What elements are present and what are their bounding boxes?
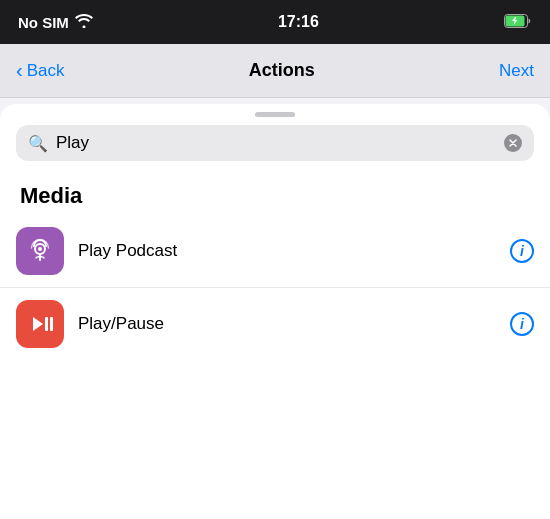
status-right (504, 14, 532, 31)
podcast-app-icon (16, 227, 64, 275)
next-button[interactable]: Next (499, 61, 534, 81)
page-title: Actions (249, 60, 315, 81)
media-section-header: Media (0, 173, 550, 215)
clear-search-button[interactable] (504, 134, 522, 152)
search-input[interactable]: Play (56, 133, 496, 153)
play-podcast-label: Play Podcast (78, 241, 510, 261)
info-circle-icon-2: i (510, 312, 534, 336)
status-left: No SIM (18, 14, 93, 31)
back-button[interactable]: ‹ Back (16, 59, 64, 82)
status-time: 17:16 (278, 13, 319, 31)
chevron-left-icon: ‹ (16, 59, 23, 82)
info-circle-icon: i (510, 239, 534, 263)
search-bar[interactable]: 🔍 Play (16, 125, 534, 161)
list-item-play-podcast[interactable]: Play Podcast i (0, 215, 550, 288)
list-item-play-pause[interactable]: Play/Pause i (0, 288, 550, 360)
svg-rect-6 (50, 317, 53, 331)
play-pause-label: Play/Pause (78, 314, 510, 334)
svg-point-4 (38, 247, 42, 251)
wifi-icon (75, 14, 93, 31)
sheet-handle (0, 104, 550, 125)
nav-bar: ‹ Back Actions Next (0, 44, 550, 98)
sheet-handle-bar (255, 112, 295, 117)
search-container: 🔍 Play (0, 125, 550, 173)
play-pause-info-button[interactable]: i (510, 312, 534, 336)
search-icon: 🔍 (28, 134, 48, 153)
carrier-label: No SIM (18, 14, 69, 31)
actions-sheet: 🔍 Play Media Play Podcast (0, 104, 550, 519)
svg-rect-5 (45, 317, 48, 331)
playpause-app-icon (16, 300, 64, 348)
battery-icon (504, 14, 532, 31)
play-podcast-info-button[interactable]: i (510, 239, 534, 263)
back-label: Back (27, 61, 65, 81)
status-bar: No SIM 17:16 (0, 0, 550, 44)
